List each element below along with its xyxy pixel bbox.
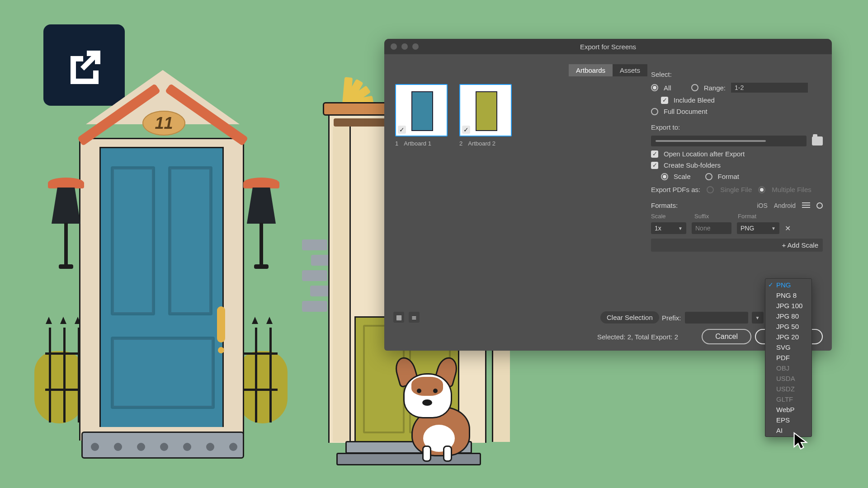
clear-selection-button[interactable]: Clear Selection <box>600 311 659 324</box>
format-option-obj: OBJ <box>765 363 811 373</box>
artboard-thumb-2[interactable]: ✓ 2Artboard 2 <box>459 84 512 147</box>
folder-icon[interactable] <box>812 136 823 145</box>
format-option-jpg-50[interactable]: JPG 50 <box>765 321 811 332</box>
export-pdfs-label: Export PDFs as: <box>651 186 700 193</box>
radio-all-label: All <box>664 84 671 92</box>
selection-status: Selected: 2, Total Export: 2 <box>597 333 678 341</box>
radio-pdf-multiple <box>758 186 765 193</box>
illustration-door-1: 11 <box>32 70 289 454</box>
prefix-dropdown[interactable]: ▼ <box>752 312 764 324</box>
format-option-jpg-80[interactable]: JPG 80 <box>765 311 811 321</box>
format-dropdown-menu[interactable]: PNGPNG 8JPG 100JPG 80JPG 50JPG 20SVGPDFO… <box>765 278 812 437</box>
format-option-pdf[interactable]: PDF <box>765 352 811 363</box>
format-dropdown[interactable]: PNG▼ <box>737 222 779 234</box>
format-option-jpg-100[interactable]: JPG 100 <box>765 300 811 311</box>
artboard-thumb-1[interactable]: ✓ 1Artboard 1 <box>395 84 448 147</box>
preset-ios[interactable]: iOS <box>757 202 767 209</box>
export-to-label: Export to: <box>651 123 823 131</box>
artboard-thumbnails: ✓ 1Artboard 1 ✓ 2Artboard 2 <box>395 84 512 147</box>
format-columns: Scale Suffix Format <box>651 213 823 220</box>
prefix-input[interactable] <box>685 312 748 324</box>
checkbox-open-location[interactable]: ✓ <box>651 150 658 158</box>
options-panel: Select: All Range: ✓ Include Bleed Full … <box>651 66 823 252</box>
format-option-eps[interactable]: EPS <box>765 415 811 425</box>
subfolder-scale-label: Scale <box>674 173 691 180</box>
radio-range[interactable] <box>691 84 698 91</box>
remove-row-icon[interactable]: ✕ <box>785 224 791 233</box>
format-option-png[interactable]: PNG <box>765 280 811 290</box>
open-location-label: Open Location after Export <box>664 150 745 158</box>
format-option-svg[interactable]: SVG <box>765 342 811 352</box>
range-input[interactable] <box>731 83 808 93</box>
radio-pdf-single <box>707 186 714 193</box>
full-document-label: Full Document <box>664 108 708 115</box>
format-option-webp[interactable]: WebP <box>765 404 811 415</box>
grid-view-icon[interactable]: ▦ <box>393 312 404 323</box>
pdf-single-label: Single File <box>720 186 752 193</box>
format-option-gltf: GLTF <box>765 394 811 404</box>
list-view-icon[interactable]: ≣ <box>409 312 420 323</box>
scale-dropdown[interactable]: 1x▼ <box>651 222 686 234</box>
radio-all[interactable] <box>651 84 658 91</box>
format-option-jpg-20[interactable]: JPG 20 <box>765 332 811 342</box>
radio-subfolder-scale[interactable] <box>661 173 668 180</box>
dialog-title: Export for Screens <box>384 43 832 51</box>
check-icon[interactable]: ✓ <box>462 126 470 134</box>
format-option-usda: USDA <box>765 373 811 384</box>
gear-icon[interactable] <box>816 202 823 209</box>
pdf-multiple-label: Multiple Files <box>772 186 811 193</box>
prefix-label: Prefix: <box>662 314 681 322</box>
list-icon[interactable] <box>802 202 810 209</box>
formats-label: Formats: <box>651 202 678 209</box>
checkbox-include-bleed[interactable]: ✓ <box>661 97 668 104</box>
titlebar[interactable]: Export for Screens <box>384 39 832 54</box>
radio-range-label: Range: <box>704 84 726 92</box>
export-path-input[interactable] <box>651 136 807 146</box>
include-bleed-label: Include Bleed <box>674 96 715 104</box>
select-label: Select: <box>651 70 823 78</box>
subfolder-format-label: Format <box>718 173 740 180</box>
format-option-usdz: USDZ <box>765 384 811 394</box>
suffix-dropdown[interactable]: None <box>692 222 731 234</box>
radio-full-document[interactable] <box>651 108 658 115</box>
check-icon[interactable]: ✓ <box>398 126 406 134</box>
tab-artboards[interactable]: Artboards <box>569 64 613 76</box>
format-row: 1x▼ None PNG▼ ✕ <box>651 222 823 234</box>
view-switcher: ▦ ≣ <box>393 312 420 323</box>
house-number: 11 <box>142 111 185 136</box>
subfolders-label: Create Sub-folders <box>664 161 721 169</box>
mouse-cursor-icon <box>793 432 809 452</box>
radio-subfolder-format[interactable] <box>705 173 712 180</box>
illustration-dog <box>393 357 493 461</box>
checkbox-subfolders[interactable]: ✓ <box>651 162 658 169</box>
preset-android[interactable]: Android <box>774 202 796 209</box>
tab-assets[interactable]: Assets <box>613 64 647 76</box>
cancel-button[interactable]: Cancel <box>702 329 751 344</box>
add-scale-button[interactable]: + Add Scale <box>651 239 823 252</box>
format-option-png-8[interactable]: PNG 8 <box>765 290 811 300</box>
